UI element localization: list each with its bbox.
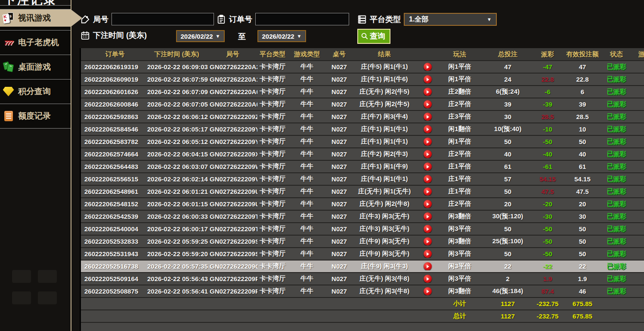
subtotal-total-bet: 1127 [481, 300, 534, 307]
bet-time-cell: 2026-02-22 06:04:15 [146, 150, 208, 158]
table-row[interactable]: 260222062609019 2026-02-22 06:07:59 GN02… [81, 74, 644, 86]
play-button[interactable] [424, 100, 432, 108]
total-bet-cell: 50 [481, 138, 534, 145]
col-header-bettype: 玩法 [438, 50, 481, 58]
bet-type-cell: 闲3平倍 [438, 250, 481, 258]
bet-type-cell: 庄3平倍 [438, 113, 481, 121]
search-button[interactable]: 查询 [357, 29, 390, 44]
search-button-label: 查询 [370, 31, 385, 41]
play-button[interactable] [424, 125, 432, 133]
subtotal-valid-bet: 675.85 [561, 300, 604, 307]
platform-cell: 卡卡湾厅 [257, 75, 288, 83]
play-button[interactable] [424, 212, 432, 221]
platform-cell: 卡卡湾厅 [257, 262, 288, 270]
table-row[interactable]: 260222052509164 2026-02-22 05:56:43 GN02… [81, 273, 644, 285]
valid-bet-cell: 22 [561, 263, 604, 270]
bet-type-cell: 闲3翻倍 [438, 212, 481, 221]
col-header-platform: 平台类型 [257, 50, 288, 58]
platform-cell: 卡卡湾厅 [257, 225, 288, 233]
play-button[interactable] [424, 262, 432, 270]
bet-type-cell: 庄1平倍 [438, 162, 481, 171]
platform-cell: 卡卡湾厅 [257, 250, 288, 258]
total-bet-cell: 24 [481, 76, 534, 83]
table-row[interactable]: 260222062542539 2026-02-22 06:00:33 GN02… [81, 211, 644, 223]
round-number-input[interactable] [111, 13, 214, 25]
table-row[interactable]: 260222062548152 2026-02-22 06:01:15 GN02… [81, 198, 644, 211]
sidebar-item-quota-records[interactable]: 额度记录 [0, 104, 71, 129]
valid-bet-cell: 40 [561, 150, 604, 158]
play-button[interactable] [424, 88, 432, 96]
col-header-round: 局号 [208, 50, 257, 58]
table-number-cell: N027 [326, 88, 352, 95]
total-bet-cell: 61 [481, 163, 534, 170]
col-header-result: 结果 [352, 50, 417, 58]
play-button[interactable] [424, 175, 432, 183]
order-number-cell: 260222052516738 [81, 263, 146, 270]
play-button[interactable] [424, 63, 432, 71]
round-number-cell: GN027262220A0 [208, 101, 257, 108]
platform-type-select[interactable]: 1.全部 ▼ [404, 13, 497, 26]
table-row[interactable]: 260222062592863 2026-02-22 06:06:12 GN02… [81, 111, 644, 123]
payout-cell: -22 [534, 263, 561, 270]
status-cell: 已派彩 [604, 63, 629, 71]
status-cell: 已派彩 [604, 187, 629, 196]
table-row[interactable]: 260222062601626 2026-02-22 06:07:09 GN02… [81, 86, 644, 98]
play-button[interactable] [424, 150, 432, 158]
platform-type-value: 1.全部 [409, 15, 428, 24]
table-row[interactable]: 260222052508875 2026-02-22 05:56:41 GN02… [81, 285, 644, 298]
clipboard-icon [217, 15, 226, 24]
table-row[interactable]: 260222052532833 2026-02-22 05:59:25 GN02… [81, 236, 644, 248]
status-cell: 已派彩 [604, 200, 629, 208]
table-number-cell: N027 [326, 238, 352, 245]
platform-cell: 卡卡湾厅 [257, 287, 288, 295]
status-cell: 已派彩 [604, 88, 629, 96]
sidebar-item-slots[interactable]: 777 电子老虎机 [0, 31, 71, 55]
date-to-picker[interactable]: 2026/02/22 ▼ [257, 30, 306, 42]
play-button[interactable] [424, 187, 432, 196]
play-button[interactable] [424, 162, 432, 171]
bet-type-cell: 庄2平倍 [438, 150, 481, 158]
play-button[interactable] [424, 225, 432, 233]
bet-type-cell: 庄2平倍 [438, 200, 481, 208]
order-number-input[interactable] [255, 13, 349, 25]
sidebar-item-points-query[interactable]: 积分查询 [0, 80, 71, 104]
play-button[interactable] [424, 250, 432, 258]
status-cell: 已派彩 [604, 262, 629, 270]
play-button[interactable] [424, 237, 432, 245]
table-row[interactable]: 260222062564483 2026-02-22 06:03:07 GN02… [81, 161, 644, 173]
round-number-cell: GN0272622209T [208, 225, 257, 233]
table-row[interactable]: 260222062619319 2026-02-22 06:09:03 GN02… [81, 61, 644, 74]
date-from-picker[interactable]: 2026/02/22 ▼ [176, 30, 225, 42]
col-header-total-bet: 总投注 [481, 50, 534, 58]
table-row[interactable]: 260222062584546 2026-02-22 06:05:17 GN02… [81, 123, 644, 136]
play-button[interactable] [424, 200, 432, 208]
payout-cell: -50 [534, 138, 561, 145]
order-number-cell: 260222062548152 [81, 200, 146, 208]
table-row[interactable]: 260222062574664 2026-02-22 06:04:15 GN02… [81, 148, 644, 161]
search-icon [361, 32, 368, 40]
play-button[interactable] [424, 113, 432, 121]
sidebar-item-label: 电子老虎机 [18, 37, 59, 48]
table-row[interactable]: 260222062548961 2026-02-22 06:01:21 GN02… [81, 186, 644, 198]
play-button[interactable] [424, 275, 432, 283]
total-bet-cell: 46(预:184) [481, 287, 534, 295]
table-row[interactable]: 260222062600846 2026-02-22 06:07:05 GN02… [81, 98, 644, 111]
game-type-cell: 牛牛 [288, 63, 326, 71]
sidebar-item-table-games[interactable]: •••• 桌面游戏 [0, 55, 71, 80]
table-row[interactable]: 260222062556515 2026-02-22 06:02:14 GN02… [81, 173, 644, 186]
bet-time-cell: 2026-02-22 05:59:25 [146, 238, 208, 245]
table-row[interactable]: 260222062583782 2026-02-22 06:05:12 GN02… [81, 136, 644, 148]
play-button[interactable] [424, 138, 432, 146]
bet-time-cell: 2026-02-22 05:59:20 [146, 250, 208, 257]
table-row[interactable]: 260222062540004 2026-02-22 06:00:17 GN02… [81, 223, 644, 236]
play-button[interactable] [424, 75, 432, 83]
chevron-down-icon: ▼ [487, 17, 492, 22]
table-header-row: 订单号 下注时间 (美东) 局号 平台类型 游戏类型 桌号 结果 玩法 总投注 … [81, 48, 644, 61]
table-row[interactable]: 260222052516738 2026-02-22 05:57:35 GN02… [81, 261, 644, 273]
total-bet-cell: 6(预:24) [481, 88, 534, 96]
table-row[interactable]: 260222052531943 2026-02-22 05:59:20 GN02… [81, 248, 644, 261]
play-button[interactable] [424, 287, 432, 295]
valid-bet-cell: 50 [561, 238, 604, 245]
sidebar-item-video-games[interactable]: 9K♥ 视讯游戏 [0, 9, 71, 27]
col-header-valid-bet: 有效投注额 [561, 50, 604, 58]
